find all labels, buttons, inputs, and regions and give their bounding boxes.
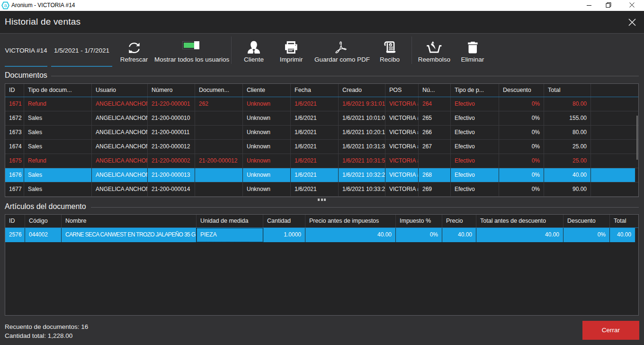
svg-text:a: a [4,2,7,8]
